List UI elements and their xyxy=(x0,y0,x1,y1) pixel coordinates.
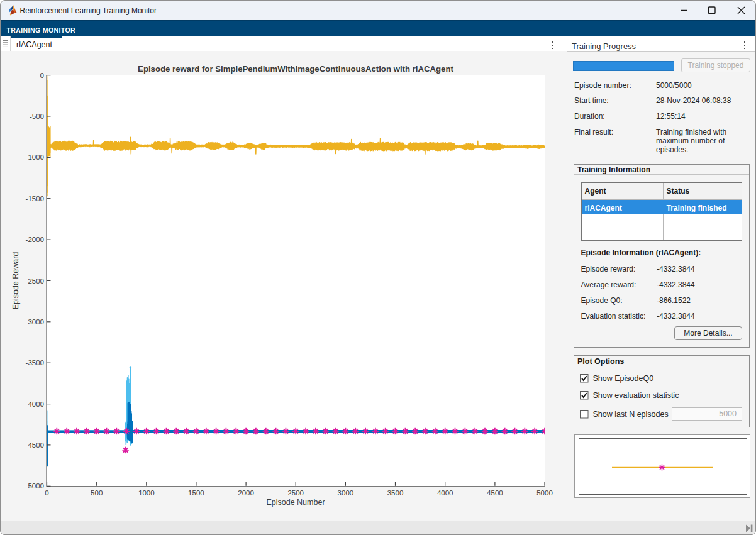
svg-text:3500: 3500 xyxy=(387,489,404,497)
svg-text:-3000: -3000 xyxy=(26,318,44,326)
svg-text:3000: 3000 xyxy=(338,489,354,497)
svg-text:Episode reward for SimplePendl: Episode reward for SimplePendlumWithImag… xyxy=(138,64,453,74)
svg-text:-2000: -2000 xyxy=(26,236,44,243)
svg-text:-1000: -1000 xyxy=(26,153,44,161)
svg-text:-500: -500 xyxy=(30,113,44,120)
svg-text:-4000: -4000 xyxy=(26,400,44,408)
svg-text:-3500: -3500 xyxy=(26,359,44,367)
svg-text:0: 0 xyxy=(40,72,44,79)
svg-text:0: 0 xyxy=(45,489,48,497)
svg-text:-2500: -2500 xyxy=(26,277,44,285)
svg-text:2000: 2000 xyxy=(238,489,254,497)
svg-text:4500: 4500 xyxy=(487,489,503,497)
svg-text:-4500: -4500 xyxy=(26,441,44,449)
svg-text:-1500: -1500 xyxy=(26,195,44,202)
svg-text:1500: 1500 xyxy=(188,489,204,497)
svg-text:2500: 2500 xyxy=(287,489,304,497)
svg-text:Episode Reward: Episode Reward xyxy=(11,252,20,310)
svg-text:500: 500 xyxy=(91,489,103,497)
svg-text:-5000: -5000 xyxy=(26,482,44,490)
svg-text:4000: 4000 xyxy=(437,489,453,497)
svg-text:5000: 5000 xyxy=(536,489,553,497)
svg-text:1000: 1000 xyxy=(138,489,155,497)
svg-text:Episode Number: Episode Number xyxy=(266,498,325,507)
